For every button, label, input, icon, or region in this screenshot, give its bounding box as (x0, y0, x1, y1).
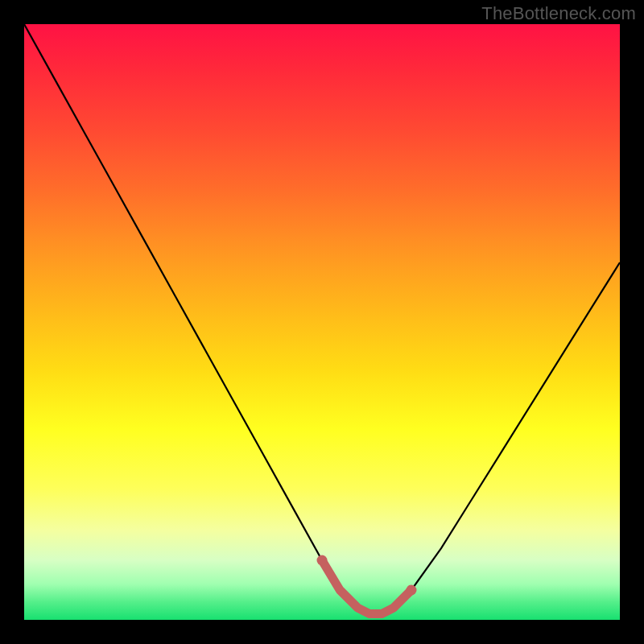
highlight-start-dot (317, 555, 328, 566)
plot-area (24, 24, 620, 620)
chart-lines (24, 24, 620, 620)
watermark-label: TheBottleneck.com (481, 3, 636, 24)
chart-frame: TheBottleneck.com (0, 0, 644, 644)
highlight-segment (322, 560, 411, 614)
bottleneck-curve (24, 24, 620, 614)
highlight-end-dot (407, 585, 417, 596)
